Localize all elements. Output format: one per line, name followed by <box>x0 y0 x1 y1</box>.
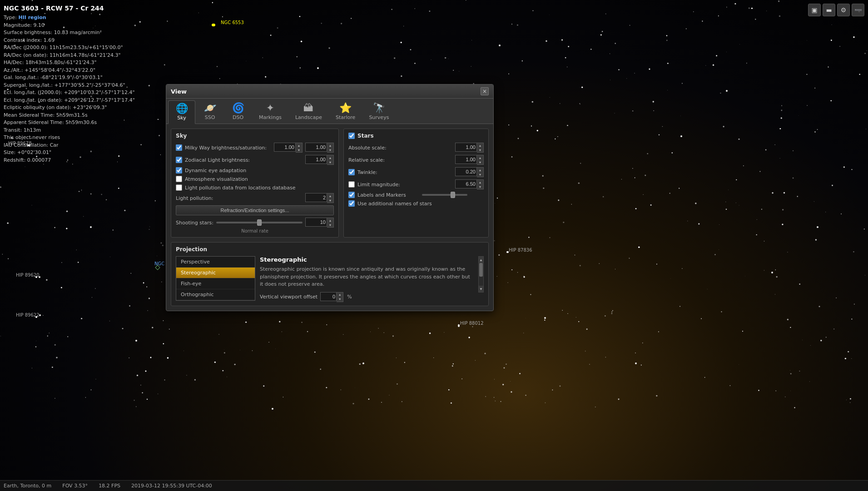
proj-scroll-up[interactable]: ▲ <box>479 257 483 263</box>
shooting-stars-row: Shooting stars: ▲ ▼ <box>176 218 334 228</box>
zodiacal-checkbox[interactable] <box>176 157 182 163</box>
shooting-stars-slider[interactable] <box>216 222 303 223</box>
light-pollution-input[interactable] <box>305 193 327 202</box>
object-ecl-j2000: Ecl. long./lat. (J2000.0): +209°10'03.2"… <box>4 89 135 97</box>
proj-scroll-down[interactable]: ▼ <box>479 286 483 292</box>
shooting-stars-spin-up[interactable]: ▲ <box>327 218 333 223</box>
light-pollution-value-row: Light pollution: ▲ ▼ <box>176 193 334 203</box>
tab-sky[interactable]: 🌐 Sky <box>168 100 195 124</box>
limit-magnitude-spin-up[interactable]: ▲ <box>477 180 483 184</box>
atmosphere-checkbox[interactable] <box>176 176 182 182</box>
dialog-titlebar: View × <box>166 84 493 99</box>
relative-scale-spin-up[interactable]: ▲ <box>477 155 483 160</box>
limit-magnitude-checkbox[interactable] <box>348 181 355 188</box>
object-size: Size: +0°02'30.01" <box>4 149 135 157</box>
tab-surveys[interactable]: 🔭 Surveys <box>362 100 395 124</box>
projection-section: Projection Perspective Stereographic Fis… <box>171 242 489 306</box>
twinkle-input[interactable] <box>455 167 477 176</box>
absolute-scale-label: Absolute scale: <box>348 145 452 151</box>
twinkle-checkbox[interactable] <box>348 169 355 175</box>
labels-markers-slider[interactable] <box>422 194 467 196</box>
relative-scale-row: Relative scale: ▲ ▼ <box>348 155 484 165</box>
proj-item-fisheye[interactable]: Fish-eye <box>176 278 255 289</box>
tab-dso[interactable]: 🌀 DSO <box>224 100 252 124</box>
proj-scroll-thumb <box>479 263 483 277</box>
relative-scale-spin-down[interactable]: ▼ <box>477 160 483 164</box>
statusbar-datetime: 2019-03-12 19:55:39 UTC-04:00 <box>131 483 212 489</box>
ngc6553-dot <box>213 24 215 26</box>
sso-tab-icon: 🪐 <box>204 103 216 113</box>
shooting-stars-label: Shooting stars: <box>176 220 213 226</box>
milky-way-spin1-down[interactable]: ▼ <box>296 148 302 152</box>
viewport-spinbox-btns: ▲ ▼ <box>337 292 343 302</box>
light-pollution-spin-down[interactable]: ▼ <box>327 198 333 203</box>
dialog-close-button[interactable]: × <box>481 87 489 95</box>
tab-landscape[interactable]: 🏔 Landscape <box>289 100 328 124</box>
tab-starlore[interactable]: ⭐ Starlore <box>329 100 362 124</box>
proj-detail-scrollbar[interactable]: ▲ ▼ <box>478 256 484 293</box>
dialog-title: View <box>171 88 187 95</box>
milky-way-spin1-up[interactable]: ▲ <box>296 143 302 148</box>
additional-names-checkbox[interactable] <box>348 200 355 207</box>
zodiacal-input[interactable] <box>305 155 327 164</box>
milky-way-spin2-up[interactable]: ▲ <box>327 143 333 148</box>
win-btn-settings[interactable]: ⚙ <box>837 4 850 16</box>
dialog-body: Sky Milky Way brightness/saturation: ▲ ▼ <box>166 124 493 311</box>
viewport-spin-down[interactable]: ▼ <box>337 297 343 302</box>
light-pollution-spin-up[interactable]: ▲ <box>327 193 333 198</box>
zodiacal-spinbox-btns: ▲ ▼ <box>327 155 334 165</box>
sky-panel: Sky Milky Way brightness/saturation: ▲ ▼ <box>171 129 339 238</box>
dynamic-eye-checkbox[interactable] <box>176 167 182 174</box>
relative-scale-spinbox-btns: ▲ ▼ <box>477 155 484 165</box>
limit-magnitude-input[interactable] <box>455 179 477 188</box>
win-btn-square[interactable]: ▣ <box>808 4 821 16</box>
proj-item-orthographic[interactable]: Orthographic <box>176 289 255 300</box>
viewport-offset-row: Vertical viewport offset ▲ ▼ % <box>260 292 474 302</box>
absolute-scale-row: Absolute scale: ▲ ▼ <box>348 143 484 153</box>
tab-sso-label: SSO <box>205 114 215 120</box>
shooting-stars-spinbox: ▲ ▼ <box>305 218 334 228</box>
zodiacal-spin-up[interactable]: ▲ <box>327 155 333 160</box>
sky-section-title: Sky <box>176 133 187 139</box>
milky-way-spinbox2-btns: ▲ ▼ <box>327 143 334 153</box>
light-pollution-db-checkbox[interactable] <box>176 184 182 191</box>
light-pollution-db-row: Light pollution data from locations data… <box>176 184 334 191</box>
stars-section-checkbox[interactable] <box>348 133 355 139</box>
labels-markers-checkbox[interactable] <box>348 192 355 198</box>
milky-way-input2[interactable] <box>305 143 327 152</box>
shooting-stars-spin-down[interactable]: ▼ <box>327 223 333 227</box>
tab-sso[interactable]: 🪐 SSO <box>196 100 223 124</box>
milky-way-spin2-down[interactable]: ▼ <box>327 148 333 152</box>
twinkle-spin-up[interactable]: ▲ <box>477 168 483 172</box>
absolute-scale-input[interactable] <box>455 143 477 152</box>
absolute-scale-spin-down[interactable]: ▼ <box>477 148 483 152</box>
milky-way-checkbox[interactable] <box>176 144 182 151</box>
object-supergal: Supergal. long./lat.: +177°30'55.2"/-25°… <box>4 82 135 89</box>
stars-section-header: Stars <box>348 133 484 139</box>
atmosphere-row: Atmosphere visualization <box>176 176 334 182</box>
object-gal: Gal. long./lat.: -68°21'19.9"/-0°30'03.1… <box>4 74 135 82</box>
tab-markings[interactable]: ✦ Markings <box>253 100 288 124</box>
refraction-button[interactable]: Refraction/Extinction settings... <box>176 205 334 215</box>
tab-dso-label: DSO <box>233 114 243 120</box>
twinkle-spin-down[interactable]: ▼ <box>477 172 483 177</box>
shooting-stars-input[interactable] <box>305 218 327 227</box>
proj-item-perspective[interactable]: Perspective <box>176 257 255 268</box>
proj-item-stereographic[interactable]: Stereographic <box>176 268 255 278</box>
landscape-tab-icon: 🏔 <box>303 103 313 113</box>
win-btn-minimize[interactable]: ▬ <box>823 4 835 16</box>
tab-landscape-label: Landscape <box>295 114 322 120</box>
milky-way-input1[interactable] <box>274 143 296 152</box>
viewport-spin-up[interactable]: ▲ <box>337 293 343 297</box>
zodiacal-spin-down[interactable]: ▼ <box>327 160 333 164</box>
object-azalt: Az./Alt.: +145°58'04.4"/-32°43'22.0" <box>4 67 135 74</box>
win-btn-close[interactable]: ➖ <box>852 4 864 16</box>
twinkle-label: Twinkle: <box>357 169 452 175</box>
limit-magnitude-spin-down[interactable]: ▼ <box>477 184 483 189</box>
absolute-scale-spin-up[interactable]: ▲ <box>477 143 483 148</box>
tab-bar: 🌐 Sky 🪐 SSO 🌀 DSO ✦ Markings 🏔 Landscape… <box>166 99 493 124</box>
relative-scale-input[interactable] <box>455 155 477 164</box>
sky-tab-icon: 🌐 <box>176 104 188 114</box>
proj-scroll-track <box>479 263 483 286</box>
viewport-offset-input[interactable] <box>320 292 337 301</box>
